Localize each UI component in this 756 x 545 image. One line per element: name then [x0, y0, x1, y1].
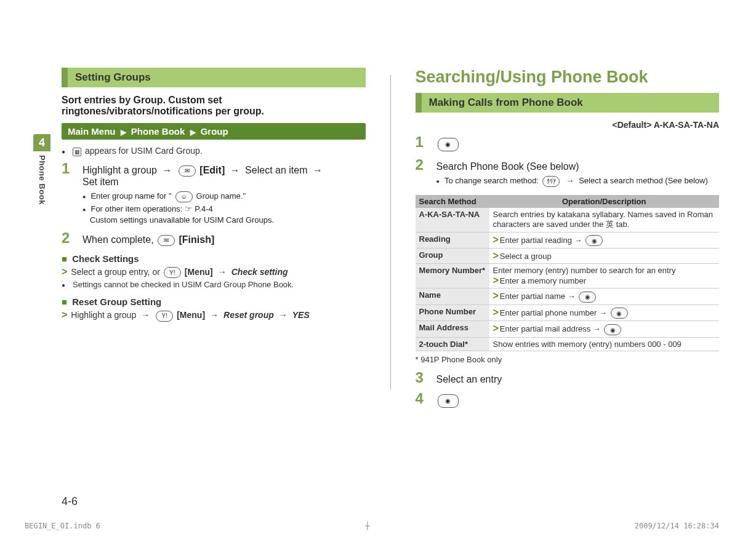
gt-icon: >	[493, 250, 499, 261]
finish-label: [Finish]	[179, 234, 215, 245]
arrow-right-icon: →	[566, 176, 574, 185]
clear-key-icon: ｸﾘｱ	[542, 176, 560, 187]
yes-action: YES	[292, 310, 310, 320]
arrow-right-icon: →	[230, 165, 240, 175]
edit-label: [Edit]	[199, 165, 225, 175]
group-icon: ☺	[175, 191, 193, 202]
nav-down-key-icon: ◉	[438, 138, 459, 151]
section-heading: Making Calls from Phone Book	[416, 93, 720, 113]
step-2: 2 When complete, ✉ [Finish]	[62, 231, 366, 246]
gt-icon: >	[62, 266, 67, 277]
chevron-right-icon: ▶	[190, 128, 196, 137]
arrow-right-icon: →	[162, 165, 172, 175]
footer-filename: BEGIN_E_OI.indb 6	[25, 522, 100, 530]
step1-sub2: For other item operations: ☞ P.4-4	[82, 204, 366, 213]
reset-group-action: Reset group	[223, 310, 274, 320]
nav-key-icon: ◉	[579, 292, 596, 303]
table-row: Phone Number >Enter partial phone number…	[416, 304, 720, 321]
crop-mark-icon: ┼	[365, 522, 369, 530]
step-number: 2	[62, 231, 74, 245]
usim-note: ▦ appears for USIM Card Group.	[62, 146, 366, 156]
reset-line: > Highlight a group → Y! [Menu] → Reset …	[62, 309, 366, 322]
arrow-right-icon: →	[210, 310, 219, 320]
check-setting-action: Check setting	[231, 267, 288, 277]
nav-level2: Group	[201, 126, 228, 137]
arrow-right-icon: →	[141, 310, 150, 320]
step2-sub: To change search method: ｸﾘｱ → Select a …	[436, 176, 720, 187]
page-title: Searching/Using Phone Book	[416, 68, 720, 87]
nav-key-icon: ◉	[585, 235, 603, 246]
step-2: 2 Search Phone Book (See below) To chang…	[416, 157, 720, 189]
breadcrumb: Main Menu ▶ Phone Book ▶ Group	[62, 123, 366, 140]
y-key-icon: Y!	[156, 311, 173, 322]
column-divider	[390, 75, 391, 389]
gt-icon: >	[493, 323, 499, 333]
check-note: Settings cannot be checked in USIM Card …	[62, 280, 366, 289]
step-1: 1 Highlight a group → ✉ [Edit] → Select …	[62, 161, 366, 225]
check-settings-heading: ■ Check Settings	[62, 253, 366, 264]
step-1: 1 ◉	[416, 135, 720, 151]
step1-sub3: Custom settings unavailable for USIM Car…	[90, 215, 366, 225]
gt-icon: >	[493, 307, 499, 317]
table-row: A-KA-SA-TA-NA Search entries by katakana…	[416, 208, 720, 233]
arrow-right-icon: →	[218, 267, 227, 277]
gt-icon: >	[62, 309, 67, 320]
table-row: Group >Select a group	[416, 249, 720, 264]
nav-main: Main Menu	[68, 126, 116, 137]
chevron-right-icon: ▶	[121, 128, 126, 137]
gt-icon: >	[493, 275, 499, 285]
table-row: Memory Number* Enter memory (entry) numb…	[416, 264, 720, 288]
page-number: 4-6	[62, 495, 78, 508]
step1-sub1: Enter group name for " ☺ Group name."	[82, 191, 366, 202]
default-label: <Default> A-KA-SA-TA-NA	[416, 120, 720, 130]
footer-timestamp: 2009/12/14 16:28:34	[635, 522, 719, 530]
intro-text: Sort entries by Group. Custom set ringto…	[62, 95, 366, 117]
step-number: 3	[416, 370, 428, 385]
table-footnote: * 941P Phone Book only	[416, 355, 720, 364]
table-row: 2-touch Dial* Show entries with memory (…	[416, 338, 720, 351]
nav-level1: Phone Book	[131, 126, 185, 137]
mail-key-icon: ✉	[179, 165, 196, 177]
step-3: 3 Select an entry	[416, 370, 720, 385]
th-operation: Operation/Description	[489, 195, 720, 208]
gt-icon: >	[493, 290, 499, 301]
mail-key-icon: ✉	[158, 235, 175, 246]
th-method: Search Method	[416, 195, 489, 208]
left-column: Setting Groups Sort entries by Group. Cu…	[62, 68, 366, 414]
right-column: Searching/Using Phone Book Making Calls …	[416, 68, 720, 414]
nav-key-icon: ◉	[611, 308, 628, 319]
square-bullet-icon: ■	[62, 253, 67, 264]
table-row: Mail Address >Enter partial mail address…	[416, 321, 720, 338]
gt-icon: >	[493, 234, 499, 245]
arrow-right-icon: →	[279, 310, 288, 320]
section-heading: Setting Groups	[62, 68, 366, 87]
usim-card-icon: ▦	[73, 148, 81, 156]
page-ref-icon: ☞	[185, 204, 192, 213]
step-number: 1	[416, 135, 428, 149]
table-row: Reading >Enter partial reading → ◉	[416, 232, 720, 249]
step-number: 1	[62, 161, 74, 176]
call-key-icon: ◉	[438, 394, 459, 408]
nav-key-icon: ◉	[604, 324, 621, 335]
square-bullet-icon: ■	[62, 296, 67, 307]
table-row: Name >Enter partial name → ◉	[416, 288, 720, 305]
arrow-right-icon: →	[313, 165, 323, 175]
check-line: > Select a group entry, or Y! [Menu] → C…	[62, 266, 366, 279]
y-key-icon: Y!	[164, 267, 181, 278]
step-number: 2	[416, 157, 428, 172]
reset-heading: ■ Reset Group Setting	[62, 296, 366, 307]
print-footer: BEGIN_E_OI.indb 6 ┼ 2009/12/14 16:28:34	[0, 522, 756, 530]
step-4: 4 ◉	[416, 391, 720, 408]
step-number: 4	[416, 391, 428, 406]
search-methods-table: Search Method Operation/Description A-KA…	[416, 195, 720, 351]
